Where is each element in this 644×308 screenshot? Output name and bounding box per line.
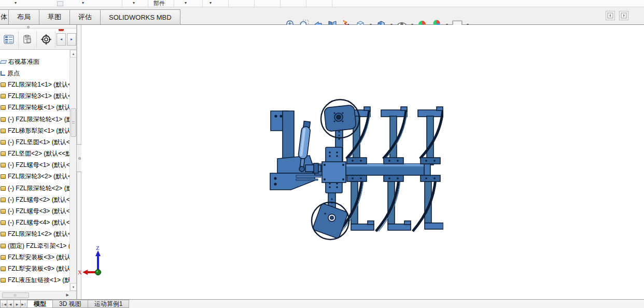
- part-icon: [1, 105, 6, 110]
- tree-item-component[interactable]: (-) FZL限深轮轮<1> (默: [0, 114, 69, 125]
- dimxpert-tab-partial-icon[interactable]: [59, 29, 64, 31]
- tree-item-component[interactable]: FZL坚固<2> (默认<<默: [0, 148, 69, 160]
- ribbon-item-label[interactable]: 部件: [153, 0, 165, 7]
- beam-end-cap[interactable]: [424, 162, 430, 177]
- panel-tab-scroll-left-button[interactable]: ◂: [57, 33, 66, 46]
- plow-assembly-model[interactable]: [262, 97, 443, 248]
- part-icon: [1, 267, 6, 271]
- tree-item-component[interactable]: FZL限深轮1<2> (默认<: [0, 229, 69, 240]
- part-icon: [1, 117, 6, 122]
- tree-item-component[interactable]: FZL限深轮3<1> (默认<: [0, 91, 69, 102]
- featuremanager-panel: ◂ ▸ 右视基准面 原点 FZL限深轮1<1> (默认< FZL限深轮3<1> …: [0, 25, 77, 299]
- tab-layout[interactable]: 布局: [8, 9, 39, 24]
- dropdown-arrow-icon[interactable]: ▾: [209, 1, 212, 6]
- part-icon: [1, 151, 6, 156]
- document-tab-bar: ❘◀ ◀ ▶ ▶❘ 模型 3D 视图 运动算例1: [0, 299, 644, 308]
- tree-item-component[interactable]: FZL限深轮1<1> (默认<: [0, 79, 69, 90]
- divider: [228, 0, 229, 7]
- part-icon: [1, 255, 6, 260]
- main-beam-group[interactable]: [270, 100, 443, 240]
- divider: [306, 0, 306, 7]
- tab-assembly[interactable]: 体: [0, 9, 9, 24]
- triad-x-label: X: [78, 269, 82, 275]
- tab-3d-views[interactable]: 3D 视图: [52, 300, 88, 308]
- depth-wheel-bottom[interactable]: [312, 202, 349, 240]
- tree-item-component[interactable]: (固定) FZL牵引架<1> (: [0, 240, 69, 251]
- divider: [174, 0, 174, 7]
- next-tab-icon[interactable]: ▶: [13, 300, 21, 308]
- panel-tab-scroll-right-button[interactable]: ▸: [67, 33, 76, 46]
- divider: [254, 0, 255, 7]
- part-icon: [1, 174, 6, 179]
- part-icon: [1, 140, 6, 145]
- tab-sketch[interactable]: 草图: [39, 9, 70, 24]
- part-icon: [1, 198, 6, 202]
- tree-item-component[interactable]: (-) FZL螺母<2> (默认<: [0, 194, 69, 205]
- divider: [280, 0, 281, 7]
- z-axis-arrow: [95, 250, 101, 256]
- divider: [148, 0, 148, 7]
- part-icon: [1, 232, 6, 236]
- tab-motion-study-1[interactable]: 运动算例1: [88, 300, 130, 308]
- tree-item-component[interactable]: (-) FZL螺母<4> (默认<: [0, 217, 69, 229]
- dropdown-arrow-icon[interactable]: ▾: [15, 1, 17, 6]
- hitch-frame[interactable]: [270, 111, 321, 190]
- ribbon-box-icon[interactable]: [57, 1, 63, 6]
- part-icon: [1, 209, 6, 214]
- tree-item-component[interactable]: FZL犁安装板<9> (默认: [0, 263, 69, 274]
- tab-nav-buttons: ❘◀ ◀ ▶ ▶❘: [0, 300, 27, 308]
- origin-icon: [1, 71, 5, 76]
- orientation-triad: Z X: [77, 243, 108, 282]
- prev-tab-icon[interactable]: ◀: [7, 300, 14, 308]
- tree-item-origin[interactable]: 原点: [0, 67, 69, 79]
- grip-dot-icon: [27, 26, 30, 29]
- configurationmanager-tab-icon[interactable]: [37, 31, 55, 48]
- tab-evaluate[interactable]: 评估: [69, 9, 101, 24]
- collapse-left-button[interactable]: [606, 11, 615, 20]
- tree-vertical-scrollbar[interactable]: ▲ ▼: [69, 50, 76, 291]
- scrollbar-thumb[interactable]: [71, 108, 76, 137]
- plane-icon: [0, 60, 7, 64]
- divider: [202, 0, 203, 7]
- panel-splitter-grip[interactable]: [0, 25, 76, 29]
- dropdown-arrow-icon[interactable]: ▾: [133, 1, 135, 6]
- graphics-viewport[interactable]: Z X: [81, 25, 644, 299]
- part-icon: [1, 129, 6, 133]
- first-tab-icon[interactable]: ❘◀: [0, 300, 7, 308]
- panel-tab-bar: ◂ ▸: [0, 29, 76, 50]
- dropdown-arrow-icon[interactable]: ▾: [82, 1, 84, 6]
- tree-item-component[interactable]: (-) FZL限深轮轮<2> (默: [0, 183, 69, 194]
- handle-dot-icon: [78, 157, 81, 160]
- divider: [332, 0, 332, 7]
- x-axis-arrow: [82, 270, 88, 275]
- last-tab-icon[interactable]: ▶❘: [20, 300, 27, 308]
- scroll-up-icon[interactable]: ▲: [70, 50, 76, 58]
- scroll-right-icon[interactable]: ▶: [66, 293, 69, 297]
- tree-item-component[interactable]: (-) FZL坚固<1> (默认<: [0, 136, 69, 148]
- feature-tree: 右视基准面 原点 FZL限深轮1<1> (默认< FZL限深轮3<1> (默认<…: [0, 50, 76, 291]
- tab-solidworks-mbd[interactable]: SOLIDWORKS MBD: [100, 9, 180, 24]
- featuremanager-tree-tab-icon[interactable]: [0, 31, 19, 48]
- tree-item-component[interactable]: (-) FZL螺母<1> (默认<: [0, 160, 69, 171]
- propertymanager-tab-icon[interactable]: [19, 31, 37, 48]
- scrollbar-thumb[interactable]: [2, 292, 29, 298]
- scroll-down-icon[interactable]: ▼: [70, 283, 76, 291]
- commandmanager-tab-row: 体 布局 草图 评估 SOLIDWORKS MBD A: [0, 7, 644, 25]
- part-icon: [1, 244, 6, 248]
- part-icon: [1, 82, 6, 87]
- collapse-right-button[interactable]: [619, 11, 628, 20]
- tree-item-component[interactable]: FZL梯形犁架<1> (默认: [0, 125, 69, 136]
- tree-item-plane[interactable]: 右视基准面: [0, 56, 69, 67]
- part-icon: [1, 94, 6, 99]
- tree-item-component[interactable]: FZL犁安装板<3> (默认: [0, 251, 69, 263]
- plow-bodies-lower[interactable]: [339, 179, 443, 231]
- tree-horizontal-scrollbar[interactable]: ▶: [0, 291, 76, 299]
- part-icon: [1, 278, 6, 283]
- tree-item-component[interactable]: (-) FZL螺母<3> (默认<: [0, 205, 69, 217]
- tree-item-component[interactable]: FZL限深轮板<1> (默认: [0, 102, 69, 114]
- tree-item-component[interactable]: FZL限深轮3<2> (默认<: [0, 171, 69, 183]
- dropdown-arrow-icon[interactable]: ▾: [185, 1, 187, 6]
- tab-model[interactable]: 模型: [27, 300, 53, 308]
- tree-item-component[interactable]: FZL液压缸链接<1> (默: [0, 275, 69, 286]
- part-icon: [1, 163, 6, 167]
